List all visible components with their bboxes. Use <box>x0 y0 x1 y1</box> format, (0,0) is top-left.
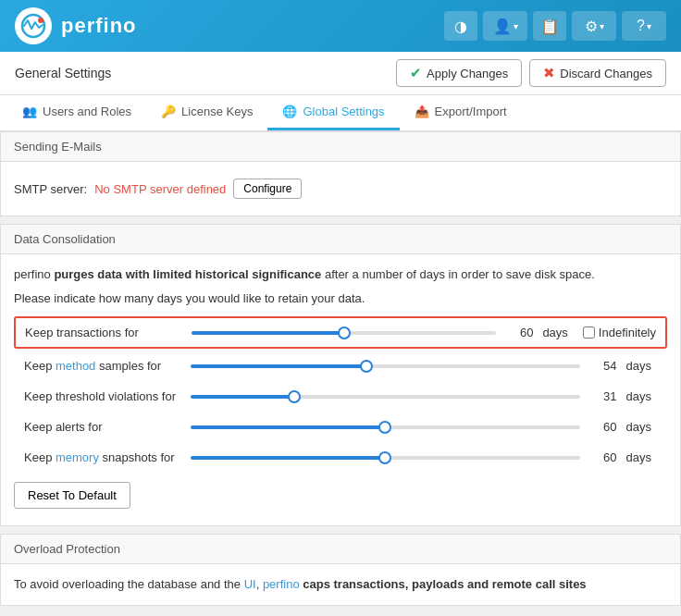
slider-label-transactions: Keep transactions for <box>25 326 182 339</box>
overload-protection-section: Overload Protection To avoid overloading… <box>0 534 681 606</box>
slider-unit-memory: days <box>626 450 651 464</box>
dc-description-2: Please indicate how many days you would … <box>14 290 667 308</box>
slider-row-threshold: Keep threshold violations for 31 days <box>14 381 667 412</box>
memory-link[interactable]: memory <box>56 450 99 464</box>
slider-threshold[interactable] <box>191 395 580 399</box>
smtp-row: SMTP server: No SMTP server defined Conf… <box>14 173 667 204</box>
data-consolidation-header: Data Consolidation <box>1 225 680 254</box>
user-menu-button[interactable]: 👤 ▾ <box>483 11 527 41</box>
slider-value-threshold: 31 <box>589 389 617 403</box>
slider-label-alerts: Keep alerts for <box>24 420 181 434</box>
x-icon: ✖ <box>543 65 555 81</box>
check-icon: ✔ <box>410 65 422 81</box>
slider-unit-threshold: days <box>626 389 651 403</box>
settings-menu-button[interactable]: ⚙ ▾ <box>572 11 616 41</box>
slider-label-threshold: Keep threshold violations for <box>24 389 181 403</box>
top-bar-buttons: ✔ Apply Changes ✖ Discard Changes <box>396 59 666 87</box>
reset-to-default-button[interactable]: Reset To Default <box>14 482 130 509</box>
user-icon: 👤 <box>493 18 512 35</box>
dc-desc1-bold: purges data with limited historical sign… <box>54 267 321 281</box>
chevron-down-icon-3: ▾ <box>647 21 651 31</box>
slider-unit-method: days <box>626 359 651 373</box>
data-consolidation-section: Data Consolidation perfino purges data w… <box>0 224 681 526</box>
dc-desc1-after: after a number of days in order to save … <box>321 267 595 281</box>
slider-transactions[interactable] <box>192 331 496 335</box>
app-header: perfino ◑ 👤 ▾ 📋 ⚙ ▾ ? ▾ <box>0 0 681 52</box>
global-tab-icon: 🌐 <box>282 105 297 118</box>
logo-icon <box>15 7 52 44</box>
export-tab-label: Export/Import <box>435 105 507 118</box>
discard-label: Discard Changes <box>560 67 652 80</box>
tab-global-settings[interactable]: 🌐 Global Settings <box>267 95 399 130</box>
chevron-down-icon-2: ▾ <box>600 21 604 31</box>
indefinitely-label: Indefinitely <box>599 326 656 339</box>
users-tab-label: Users and Roles <box>43 105 131 118</box>
theme-icon: ◑ <box>454 18 467 35</box>
license-tab-label: License Keys <box>181 105 253 118</box>
slider-method[interactable] <box>191 364 580 368</box>
indefinitely-checkbox[interactable] <box>583 326 595 339</box>
method-link[interactable]: method <box>56 359 95 373</box>
tab-users[interactable]: 👥 Users and Roles <box>7 95 146 130</box>
tab-bar: 👥 Users and Roles 🔑 License Keys 🌐 Globa… <box>0 95 681 131</box>
global-tab-label: Global Settings <box>303 105 384 118</box>
ui-link[interactable]: UI <box>244 577 256 591</box>
help-icon: ? <box>637 18 645 34</box>
sending-emails-body: SMTP server: No SMTP server defined Conf… <box>1 162 680 216</box>
slider-row-transactions: Keep transactions for 60 days Indefinite… <box>14 316 667 349</box>
slider-value-transactions: 60 <box>505 326 533 339</box>
sending-emails-section: Sending E-Mails SMTP server: No SMTP ser… <box>0 131 681 216</box>
slider-row-method: Keep method samples for 54 days <box>14 351 667 381</box>
license-tab-icon: 🔑 <box>161 105 176 118</box>
slider-memory[interactable] <box>191 456 580 460</box>
clipboard-button[interactable]: 📋 <box>533 11 566 41</box>
chevron-down-icon: ▾ <box>514 21 518 31</box>
indefinitely-wrap: Indefinitely <box>583 326 656 339</box>
slider-label-memory: Keep memory snapshots for <box>24 450 181 464</box>
slider-row-alerts: Keep alerts for 60 days <box>14 412 667 442</box>
users-tab-icon: 👥 <box>22 105 37 118</box>
slider-section: Keep transactions for 60 days Indefinite… <box>14 316 667 473</box>
slider-unit-alerts: days <box>626 420 651 434</box>
slider-alerts[interactable] <box>191 425 580 429</box>
perfino-link[interactable]: perfino <box>263 577 300 591</box>
discard-changes-button[interactable]: ✖ Discard Changes <box>529 59 666 87</box>
top-bar: General Settings ✔ Apply Changes ✖ Disca… <box>0 52 681 95</box>
apply-changes-button[interactable]: ✔ Apply Changes <box>396 59 522 87</box>
sending-emails-header: Sending E-Mails <box>1 132 680 162</box>
apply-label: Apply Changes <box>427 67 508 80</box>
slider-value-method: 54 <box>589 359 617 373</box>
dc-description-1: perfino purges data with limited histori… <box>14 265 667 284</box>
overload-description: To avoid overloading the database and th… <box>14 575 667 594</box>
header-icons: ◑ 👤 ▾ 📋 ⚙ ▾ ? ▾ <box>444 11 666 41</box>
smtp-label: SMTP server: <box>14 182 87 196</box>
svg-point-1 <box>38 18 43 23</box>
data-consolidation-body: perfino purges data with limited histori… <box>1 254 680 525</box>
logo-area: perfino <box>15 7 137 44</box>
data-consolidation-title: Data Consolidation <box>14 232 116 246</box>
overload-protection-header: Overload Protection <box>1 535 680 564</box>
clipboard-icon: 📋 <box>540 18 559 35</box>
content-area: Sending E-Mails SMTP server: No SMTP ser… <box>0 131 681 615</box>
tab-license[interactable]: 🔑 License Keys <box>146 95 267 130</box>
tab-export-import[interactable]: 📤 Export/Import <box>400 95 522 130</box>
gear-icon: ⚙ <box>585 18 598 35</box>
overload-protection-title: Overload Protection <box>14 542 120 556</box>
help-menu-button[interactable]: ? ▾ <box>622 11 666 41</box>
export-tab-icon: 📤 <box>415 105 429 118</box>
smtp-status: No SMTP server defined <box>94 182 226 196</box>
sending-emails-title: Sending E-Mails <box>14 140 102 154</box>
slider-row-memory: Keep memory snapshots for 60 days <box>14 442 667 473</box>
logo-text: perfino <box>61 14 137 38</box>
slider-label-method: Keep method samples for <box>24 359 181 373</box>
dc-desc1-before: perfino <box>14 267 54 281</box>
overload-protection-body: To avoid overloading the database and th… <box>1 564 680 605</box>
slider-value-memory: 60 <box>589 450 617 464</box>
page-title: General Settings <box>15 66 111 80</box>
theme-toggle-button[interactable]: ◑ <box>444 11 477 41</box>
caps-text: caps transactions, payloads and remote c… <box>303 577 586 591</box>
slider-value-alerts: 60 <box>589 420 617 434</box>
slider-unit-transactions: days <box>542 326 567 339</box>
configure-smtp-button[interactable]: Configure <box>233 179 302 199</box>
